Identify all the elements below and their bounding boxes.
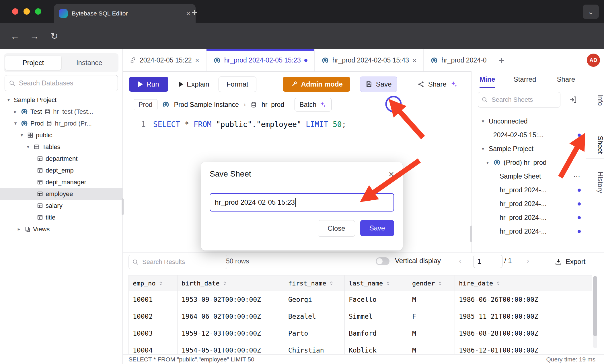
- column-header[interactable]: emp_no: [128, 275, 178, 291]
- database-search-input[interactable]: [18, 79, 114, 87]
- instance-name[interactable]: Prod Sample Instance: [174, 101, 239, 109]
- sheet-group-unconnected[interactable]: ▾ Unconnected: [471, 114, 586, 128]
- column-header[interactable]: last_name: [345, 275, 408, 291]
- sheet-item-label: hr_prod 2024-...: [500, 200, 547, 208]
- page-input[interactable]: 1: [473, 255, 502, 268]
- tab-history[interactable]: History: [586, 172, 604, 193]
- dialog-close-icon[interactable]: ×: [389, 170, 394, 178]
- sheet-item[interactable]: hr_prod 2024-...: [471, 211, 586, 224]
- tree-item-table-dept-emp[interactable]: dept_emp: [0, 165, 122, 176]
- close-icon[interactable]: ×: [195, 56, 199, 64]
- scrollbar-thumb[interactable]: [593, 276, 597, 336]
- tab-mine[interactable]: Mine: [480, 75, 495, 88]
- dialog-close-button[interactable]: Close: [318, 220, 355, 237]
- sheet-item[interactable]: hr_prod 2024-...: [471, 224, 586, 238]
- admin-mode-button[interactable]: Admin mode: [283, 77, 350, 92]
- batch-button[interactable]: Batch: [295, 98, 332, 111]
- tree-item-table-dept-manager[interactable]: dept_manager: [0, 176, 122, 188]
- tree-item-table-employee[interactable]: employee: [0, 188, 122, 200]
- vertical-display-toggle[interactable]: [376, 257, 389, 265]
- editor-tab-4[interactable]: hr_prod 2024-0: [424, 49, 493, 71]
- save-button[interactable]: Save: [360, 77, 397, 92]
- column-header[interactable]: first_name: [284, 275, 345, 291]
- sort-icon[interactable]: [158, 281, 163, 286]
- tab-share[interactable]: Share: [557, 75, 575, 87]
- database-search[interactable]: [5, 75, 118, 91]
- close-icon[interactable]: ×: [412, 56, 416, 64]
- sheet-search-input[interactable]: [491, 96, 535, 104]
- new-tab-button[interactable]: +: [192, 7, 197, 17]
- tab-info[interactable]: Info: [586, 94, 604, 106]
- sidebar-resize-handle[interactable]: [122, 198, 124, 215]
- sort-icon[interactable]: [329, 281, 334, 286]
- editor-tab-1[interactable]: 2024-02-05 15:22 ×: [123, 49, 206, 71]
- column-header[interactable]: gender: [408, 275, 455, 291]
- editor-tab-2-active[interactable]: hr_prod 2024-02-05 15:23: [206, 49, 315, 71]
- editor-tab-3[interactable]: hr_prod 2024-02-05 15:43 ×: [315, 49, 424, 71]
- tree-item-schema-public[interactable]: ▾ public: [0, 129, 122, 141]
- format-button[interactable]: Format: [219, 77, 256, 92]
- export-button[interactable]: Export: [551, 255, 589, 269]
- tree-item-sample-project[interactable]: ▾ Sample Project: [0, 94, 122, 106]
- sheet-search[interactable]: [478, 92, 560, 107]
- reload-icon[interactable]: ↻: [50, 30, 58, 42]
- sort-icon[interactable]: [438, 281, 443, 286]
- column-header[interactable]: birth_date: [178, 275, 284, 291]
- tab-search-chevron-icon[interactable]: ⌄: [583, 5, 599, 19]
- more-actions-icon[interactable]: ⋯: [573, 172, 581, 180]
- sheet-item[interactable]: 2024-02-05 15:...: [471, 128, 586, 142]
- editor-tab-label: hr_prod 2024-02-05 15:43: [332, 56, 409, 64]
- avatar[interactable]: AD: [587, 54, 600, 67]
- tab-starred[interactable]: Starred: [514, 75, 536, 87]
- table-cell-filler: [561, 291, 592, 308]
- tab-close-icon[interactable]: ×: [186, 9, 190, 18]
- tab-project[interactable]: Project: [5, 56, 61, 70]
- tree-item-table-salary[interactable]: salary: [0, 200, 122, 212]
- tree-item-table-title[interactable]: title: [0, 212, 122, 223]
- sheet-group-database[interactable]: ▾ (Prod) hr_prod: [471, 156, 586, 169]
- tab-sheet[interactable]: Sheet: [586, 131, 604, 159]
- window-close-button[interactable]: [12, 8, 18, 15]
- tree-item-table-department[interactable]: department: [0, 153, 122, 165]
- tree-item-prod-db[interactable]: ▾ Prod hr_prod (Pr...: [0, 118, 122, 129]
- sort-icon[interactable]: [386, 281, 391, 286]
- window-minimize-button[interactable]: [24, 8, 30, 15]
- window-zoom-button[interactable]: [35, 8, 41, 15]
- forward-icon[interactable]: →: [30, 30, 39, 42]
- explain-button[interactable]: Explain: [176, 77, 212, 92]
- tree-item-test-db[interactable]: ▸ Test hr_test (Test...: [0, 106, 122, 118]
- sort-icon[interactable]: [222, 281, 227, 286]
- table-cell: Koblick: [345, 342, 408, 355]
- tab-instance[interactable]: Instance: [61, 56, 118, 70]
- results-search[interactable]: [128, 255, 227, 269]
- run-button[interactable]: Run: [129, 77, 168, 92]
- back-icon[interactable]: ←: [10, 30, 20, 42]
- sheet-item[interactable]: hr_prod 2024-...: [471, 197, 586, 211]
- results-scrollbar[interactable]: [593, 276, 597, 348]
- environment-chip[interactable]: Prod: [134, 99, 157, 110]
- sheet-name-input[interactable]: hr_prod 2024-02-05 15:23: [210, 193, 394, 212]
- sparkles-icon: [319, 101, 327, 108]
- table-row[interactable]: 10002 1964-06-02T00:00:00Z Bezalel Simme…: [128, 308, 592, 325]
- sheet-group-sample-project[interactable]: ▾ Sample Project: [471, 142, 586, 156]
- sheet-panel-resize-handle[interactable]: [470, 226, 472, 242]
- sql-keyword: LIMIT: [306, 120, 328, 129]
- share-button[interactable]: Share: [415, 77, 460, 92]
- sheet-item-sample-sheet[interactable]: Sample Sheet ⋯: [471, 169, 586, 183]
- column-header[interactable]: hire_date: [455, 275, 561, 291]
- results-search-input[interactable]: [142, 258, 225, 266]
- table-row[interactable]: 10003 1959-12-03T00:00:00Z Parto Bamford…: [128, 325, 592, 342]
- tree-item-views[interactable]: ▸ Views: [0, 223, 122, 235]
- dialog-save-button[interactable]: Save: [360, 220, 394, 236]
- collapse-panel-icon[interactable]: [569, 95, 578, 105]
- new-sheet-tab-button[interactable]: +: [498, 55, 504, 66]
- sheet-item[interactable]: hr_prod 2024-...: [471, 183, 586, 197]
- next-page-icon[interactable]: ›: [527, 256, 529, 265]
- database-name[interactable]: hr_prod: [262, 101, 284, 109]
- browser-tab[interactable]: Bytebase SQL Editor ×: [54, 4, 196, 23]
- tree-item-tables[interactable]: ▾ Tables: [0, 141, 122, 153]
- prev-page-icon[interactable]: ‹: [459, 256, 461, 265]
- sort-icon[interactable]: [496, 281, 501, 286]
- table-row[interactable]: 10004 1954-05-01T00:00:00Z Chirstian Kob…: [128, 342, 592, 355]
- table-row[interactable]: 10001 1953-09-02T00:00:00Z Georgi Facell…: [128, 291, 592, 308]
